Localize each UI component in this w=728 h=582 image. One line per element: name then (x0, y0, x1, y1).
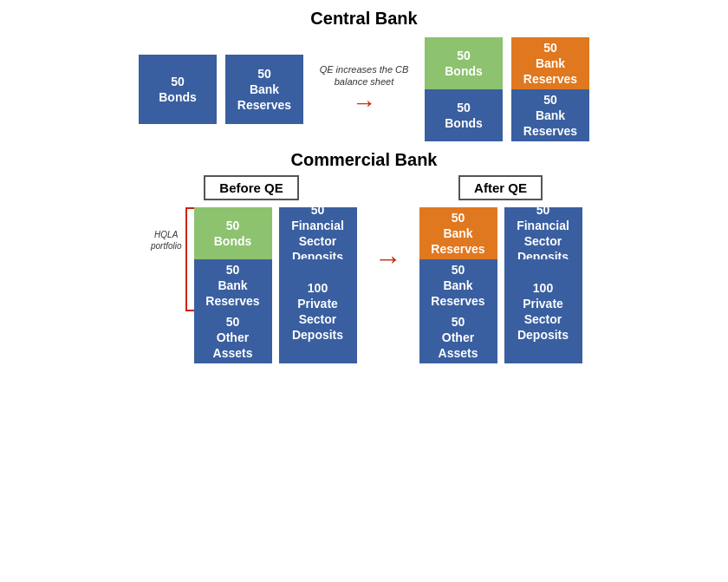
cb-after-old-reserves: 50BankReserves (511, 89, 589, 141)
hqla-label: HQLAportfolio (151, 229, 182, 252)
after-private-deposits: 100PrivateSectorDeposits (504, 259, 582, 363)
after-assets-col: 50BankReserves 50BankReserves 50OtherAss… (419, 207, 497, 363)
central-bank-area: 50Bonds 50BankReserves QE increases the … (0, 37, 728, 141)
cb-before-reserves: 50BankReserves (225, 55, 303, 124)
cb-after-new-reserves: 50BankReserves (511, 37, 589, 89)
before-private-deposits: 100PrivateSectorDeposits (279, 259, 357, 363)
after-bank-reserves-bot: 50BankReserves (419, 259, 497, 311)
after-bank-reserves-top: 50BankReserves (419, 207, 497, 259)
before-bank-reserves: 50BankReserves (194, 259, 272, 311)
after-liabilities-col: 50FinancialSectorDeposits 100PrivateSect… (504, 207, 582, 363)
cb-before-bonds: 50Bonds (139, 55, 217, 124)
cb-after-assets: 50Bonds 50Bonds (425, 37, 503, 141)
cb-after-old-bonds: 50Bonds (425, 89, 503, 141)
comm-arrow-area: → (374, 175, 402, 272)
cb-arrow-text: QE increases the CB balance sheet (312, 63, 416, 88)
before-bonds: 50Bonds (194, 207, 272, 259)
after-qe-section: After QE 50BankReserves 50BankReserves 5… (419, 175, 582, 363)
before-qe-label: Before QE (204, 175, 298, 200)
before-qe-section: Before QE HQLAportfolio 50Bonds 50BankRe… (146, 175, 357, 363)
after-other-assets: 50OtherAssets (419, 311, 497, 363)
comm-arrow-icon: → (374, 245, 402, 272)
before-fin-deposits: 50FinancialSectorDeposits (279, 207, 357, 259)
cb-arrow-area: QE increases the CB balance sheet → (312, 63, 416, 116)
after-fin-deposits: 50FinancialSectorDeposits (504, 207, 582, 259)
page-container: { "centralBank": { "title": "Central Ban… (0, 0, 728, 582)
commercial-bank-area: Before QE HQLAportfolio 50Bonds 50BankRe… (0, 175, 728, 363)
cb-after-liabilities: 50BankReserves 50BankReserves (511, 37, 589, 141)
central-bank-title: Central Bank (0, 0, 728, 29)
before-assets-col: 50Bonds 50BankReserves 50OtherAssets (194, 207, 272, 363)
before-other-assets: 50OtherAssets (194, 311, 272, 363)
cb-after: 50Bonds 50Bonds 50BankReserves 50BankRes… (425, 37, 589, 141)
commercial-bank-title: Commercial Bank (0, 150, 728, 170)
cb-before: 50Bonds 50BankReserves (139, 55, 303, 124)
after-qe-label: After QE (458, 175, 543, 200)
before-liabilities-col: 50FinancialSectorDeposits 100PrivateSect… (279, 207, 357, 363)
cb-after-new-bonds: 50Bonds (425, 37, 503, 89)
cb-arrow-icon: → (352, 91, 376, 115)
